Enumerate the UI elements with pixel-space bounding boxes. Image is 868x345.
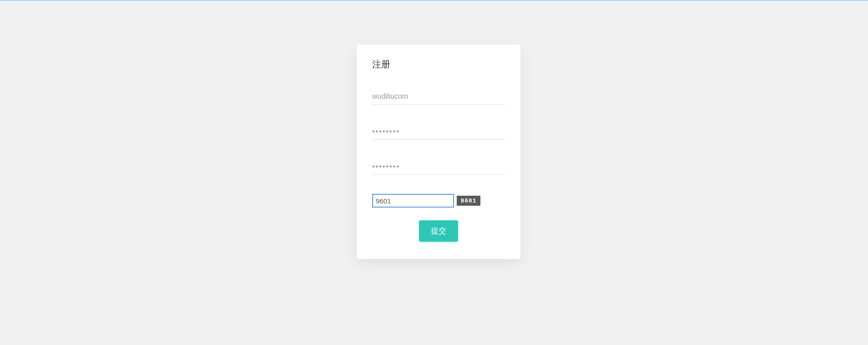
captcha-input[interactable] [372, 194, 454, 208]
confirm-password-input[interactable] [372, 159, 505, 175]
password-input[interactable] [372, 124, 505, 140]
captcha-row: 9601 [372, 194, 505, 208]
submit-row: 提交 [372, 220, 505, 242]
form-title: 注册 [372, 58, 505, 71]
username-input[interactable] [372, 89, 505, 105]
register-form: 注册 9601 提交 [357, 45, 520, 259]
submit-button[interactable]: 提交 [419, 220, 458, 242]
captcha-image[interactable]: 9601 [457, 196, 480, 206]
